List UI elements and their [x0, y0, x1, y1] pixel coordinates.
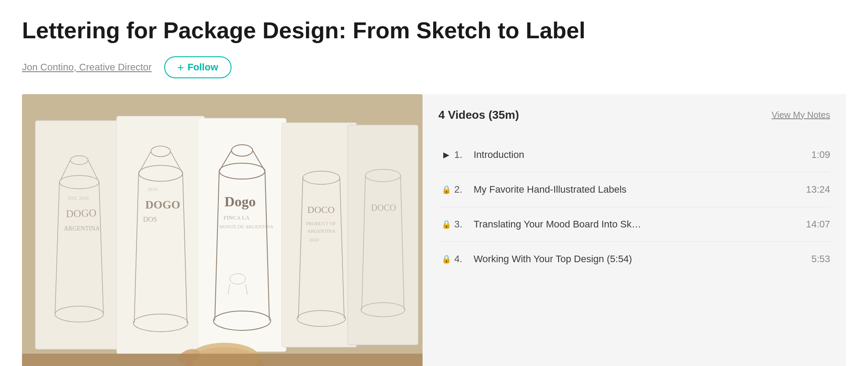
video-duration: 5:53 [811, 253, 830, 265]
content-area: DOGO ARGENTINA EST. 2010 DOGO DOS [22, 94, 846, 366]
svg-text:PRODUCT OF: PRODUCT OF [306, 221, 336, 226]
svg-text:DOCO: DOCO [307, 204, 335, 215]
follow-plus-icon: + [177, 62, 184, 73]
video-title: My Favorite Hand-Illustrated Labels [474, 184, 797, 195]
sidebar-header: 4 Videos (35m) View My Notes [438, 108, 830, 122]
svg-rect-2 [117, 116, 205, 354]
video-title: Translating Your Mood Board Into Sk… [474, 219, 797, 230]
svg-point-29 [213, 311, 271, 330]
follow-label: Follow [188, 62, 218, 73]
svg-text:DOGO: DOGO [66, 207, 96, 219]
view-notes-link[interactable]: View My Notes [772, 110, 830, 120]
svg-point-26 [219, 163, 265, 179]
svg-text:ARGENTINA: ARGENTINA [307, 228, 335, 234]
video-title: Working With Your Top Design (5:54) [474, 253, 802, 265]
video-thumbnail[interactable]: DOGO ARGENTINA EST. 2010 DOGO DOS [22, 94, 423, 366]
play-icon: ▶ [438, 150, 454, 160]
svg-text:DOGO: DOGO [145, 198, 180, 211]
svg-text:ARGENTINA: ARGENTINA [64, 225, 100, 232]
videos-count: 4 Videos (35m) [438, 108, 519, 122]
author-row: Jon Contino, Creative Director + Follow [22, 56, 846, 78]
video-number: 1. [454, 149, 474, 161]
video-duration: 14:07 [806, 219, 830, 230]
svg-rect-55 [22, 354, 423, 366]
video-item-3[interactable]: 🔒3.Translating Your Mood Board Into Sk…1… [438, 207, 830, 242]
svg-text:2010: 2010 [147, 187, 158, 192]
course-title: Lettering for Package Design: From Sketc… [22, 18, 846, 44]
video-title: Introduction [474, 149, 802, 161]
svg-text:DOS: DOS [143, 216, 157, 223]
svg-text:2010: 2010 [309, 237, 319, 242]
svg-point-30 [232, 145, 253, 156]
svg-text:MONTE DE ARGENTINA: MONTE DE ARGENTINA [219, 224, 273, 229]
svg-rect-1 [35, 121, 123, 349]
lock-icon: 🔒 [438, 185, 454, 194]
svg-text:EST. 2010: EST. 2010 [68, 195, 89, 201]
video-number: 2. [454, 184, 474, 195]
video-duration: 1:09 [811, 149, 830, 161]
video-item-4[interactable]: 🔒4.Working With Your Top Design (5:54)5:… [438, 242, 830, 276]
video-number: 4. [454, 253, 474, 265]
video-number: 3. [454, 219, 474, 230]
lock-icon: 🔒 [438, 220, 454, 229]
svg-rect-4 [282, 123, 357, 347]
svg-rect-5 [348, 125, 418, 345]
video-sidebar: 4 Videos (35m) View My Notes ▶1.Introduc… [423, 94, 846, 366]
author-link[interactable]: Jon Contino, Creative Director [22, 62, 152, 73]
video-item-1[interactable]: ▶1.Introduction1:09 [438, 138, 830, 172]
thumbnail-image: DOGO ARGENTINA EST. 2010 DOGO DOS [22, 94, 423, 366]
lock-icon: 🔒 [438, 254, 454, 264]
follow-button[interactable]: + Follow [164, 56, 232, 78]
video-duration: 13:24 [806, 184, 830, 195]
svg-text:DOCO: DOCO [371, 203, 396, 212]
svg-text:Dogo: Dogo [224, 194, 256, 209]
video-list: ▶1.Introduction1:09🔒2.My Favorite Hand-I… [438, 138, 830, 276]
video-item-2[interactable]: 🔒2.My Favorite Hand-Illustrated Labels13… [438, 172, 830, 207]
svg-text:FINCA LA: FINCA LA [224, 214, 250, 221]
